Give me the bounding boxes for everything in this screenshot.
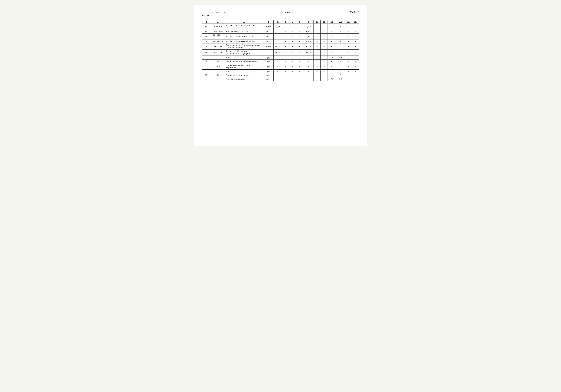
cell-col6: – (282, 40, 289, 43)
cell-col5: 0,50 (274, 50, 282, 56)
cell-col13: 40 (336, 56, 345, 60)
cell-col8: – (296, 40, 303, 43)
cell-col4: IOOм (263, 24, 273, 30)
table-row: 52.8-4I7-7Прокладка труб винипластовых д… (202, 43, 359, 50)
cell-col3: Итого: (225, 70, 263, 73)
cell-col13: 2 (336, 30, 345, 34)
cell-col15: – (352, 34, 359, 40)
cell-col10: – (313, 63, 320, 70)
cell-col15: – (352, 40, 359, 43)
cell-col2: 8% (211, 73, 225, 77)
cell-col13: I7 (336, 50, 345, 56)
cell-col7: – (289, 73, 296, 77)
cell-col2: 80% (211, 63, 225, 70)
cell-col15: – (352, 77, 359, 81)
cell-col11: – (321, 24, 327, 30)
cell-col4: руб. (263, 60, 273, 63)
cell-col12: 76 (327, 70, 336, 73)
cell-col5: – (274, 63, 282, 70)
cell-col1: 54. (202, 60, 211, 63)
table-header-row: I 2 3 4 5 6 7 8 9 IO II I2 I3 I4 I5 (202, 20, 359, 24)
cell-col6: – (282, 63, 289, 70)
cell-col9: 34,8 (303, 50, 313, 56)
cell-col5: 0,50 (274, 43, 282, 50)
cell-col4: шт. (263, 40, 273, 43)
cell-col7: – (289, 34, 296, 40)
cell-col11: – (321, 43, 327, 50)
cell-col5: I (274, 34, 282, 40)
cell-col7: – (289, 63, 296, 70)
cell-col8: – (296, 30, 303, 34)
cell-col15: – (352, 60, 359, 63)
cell-col10: – (313, 43, 320, 50)
cell-col10: – (313, 34, 320, 40)
cell-col7: – (289, 70, 296, 73)
cell-col4: руб. (263, 56, 273, 60)
table-row: 56.8%Плановые накопленияруб.––––––––5–– (202, 73, 359, 77)
cell-col3: То же, подполь-ной ПК-II (225, 40, 263, 43)
cell-col13: 5 (336, 24, 345, 30)
cell-col13: 4 (336, 34, 345, 40)
cell-col12: – (327, 63, 336, 70)
cell-col3: То же, I-го про-вода сеч.2,5 мм2 (225, 24, 263, 30)
cell-col13: 62 (336, 77, 345, 81)
cell-col7: – (289, 30, 296, 34)
cell-col12: 70 (327, 56, 336, 60)
cell-col1 (202, 56, 211, 60)
th-col8: 8 (296, 20, 303, 24)
th-col13: I3 (336, 20, 345, 24)
table-row: Итого: по разд.Iруб.–––––––7662–– (202, 77, 359, 81)
table-row: 49.IO-975-–5Монтаж шкафа ШС-3Мшт.I–––I,6… (202, 30, 359, 34)
th-col9: 9 (303, 20, 313, 24)
cell-col10: – (313, 73, 320, 77)
cell-col11: – (321, 34, 327, 40)
cell-col2 (211, 56, 225, 60)
cell-col11: – (321, 70, 327, 73)
table-row: 48.8-409-IТо же, I-го про-вода сеч.2,5 м… (202, 24, 359, 30)
cell-col10: – (313, 40, 320, 43)
cell-col15: – (352, 63, 359, 70)
cell-col6: – (282, 43, 289, 50)
header-line1: т. п. 2 91-3-47с. 88 (202, 11, 227, 14)
cell-col7: – (289, 60, 296, 63)
cell-col1: 5I. (202, 40, 211, 43)
cell-col8: – (296, 34, 303, 40)
cell-col6: – (282, 34, 289, 40)
cell-col8: – (296, 43, 303, 50)
cell-col13: I (336, 40, 345, 43)
cell-col14: – (345, 77, 352, 81)
cell-col11: – (321, 73, 327, 77)
header-center: - I35 - (281, 11, 293, 14)
cell-col1: 55. (202, 63, 211, 70)
cell-col3: Итого: по разд.I (225, 77, 263, 81)
table-row: Итого:руб.–––––––7040–– (202, 56, 359, 60)
th-col1: I (202, 20, 211, 24)
cell-col14: – (345, 24, 352, 30)
cell-col8: – (296, 70, 303, 73)
cell-col11: – (321, 56, 327, 60)
cell-col11: – (321, 40, 327, 43)
cell-col1: 48. (202, 24, 211, 30)
cell-col8: – (296, 77, 303, 81)
cell-col5: – (274, 70, 282, 73)
cell-col14: – (345, 30, 352, 34)
cell-col2 (211, 77, 225, 81)
cell-col3: Накладные расхо-ды от зарплаты (225, 63, 263, 70)
cell-col4: " (263, 50, 273, 56)
cell-col3: Монтаж шкафа ШС-3М (225, 30, 263, 34)
cell-col10: – (313, 56, 320, 60)
cell-col12: – (327, 43, 336, 50)
cell-col3: Начисления на оборудование (225, 60, 263, 63)
cell-col12: – (327, 50, 336, 56)
cell-col14: – (345, 56, 352, 60)
cell-col4: IOOм (263, 43, 273, 50)
th-col12: I2 (327, 20, 336, 24)
cell-col1: 53. (202, 50, 211, 56)
header: т. п. 2 91-3-47с. 88 Ал. УП - I35 - 2330… (202, 11, 359, 17)
cell-col5: – (274, 77, 282, 81)
cell-col15: – (352, 24, 359, 30)
cell-col2: IO-972-–IO (211, 34, 225, 40)
cell-col6: – (282, 50, 289, 56)
cell-col6: – (282, 73, 289, 77)
cell-col7: – (289, 77, 296, 81)
